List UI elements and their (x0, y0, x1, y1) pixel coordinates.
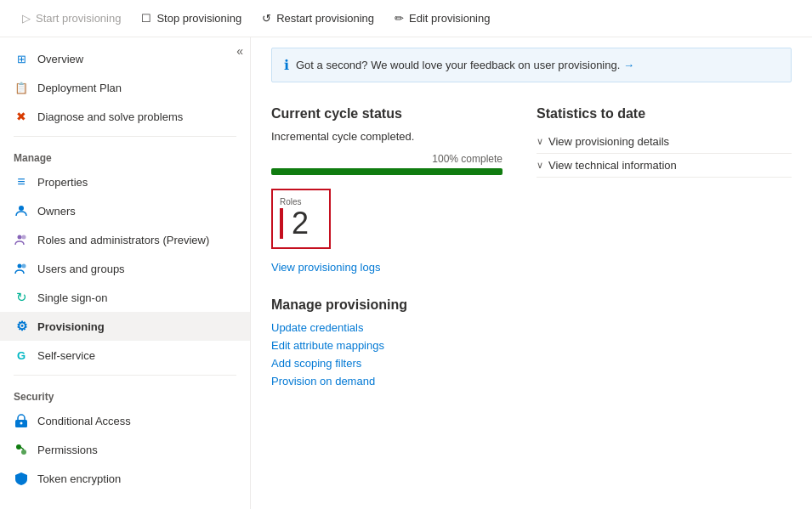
sidebar-collapse-button[interactable]: « (236, 44, 243, 58)
sidebar-item-permissions[interactable]: Permissions (0, 435, 250, 464)
banner-link[interactable]: → (623, 59, 634, 71)
sidebar-item-diagnose[interactable]: ✖ Diagnose and solve problems (0, 102, 250, 131)
main-layout: « ⊞ Overview 📋 Deployment Plan ✖ Diagnos… (0, 37, 812, 509)
cycle-status-title: Current cycle status (271, 106, 503, 122)
info-banner: ℹ Got a second? We would love your feedb… (271, 48, 792, 82)
sidebar-item-self-service[interactable]: G Self-service (0, 341, 250, 370)
stop-provisioning-button[interactable]: ☐ Stop provisioning (133, 8, 250, 29)
token-encryption-icon (14, 471, 29, 486)
toolbar: ▷ Start provisioning ☐ Stop provisioning… (0, 0, 812, 37)
sidebar-item-provisioning[interactable]: ⚙ Provisioning (0, 312, 250, 341)
cycle-subtitle: Incremental cycle completed. (271, 130, 503, 143)
progress-bar-fill (271, 168, 503, 175)
progress-bar-background (271, 168, 503, 175)
view-provisioning-logs-link[interactable]: View provisioning logs (271, 261, 503, 274)
stop-icon: ☐ (141, 12, 151, 25)
manage-section-label: Manage (0, 142, 250, 167)
sidebar-item-properties[interactable]: ≡ Properties (0, 167, 250, 196)
edit-icon: ✏ (395, 12, 404, 25)
sidebar-item-conditional-access[interactable]: Conditional Access (0, 406, 250, 435)
svg-point-1 (18, 235, 22, 240)
self-service-icon: G (14, 348, 29, 363)
owners-icon (14, 203, 29, 218)
edit-provisioning-button[interactable]: ✏ Edit provisioning (386, 8, 498, 29)
two-col-layout: Current cycle status Incremental cycle c… (271, 93, 792, 387)
sidebar-item-deployment-plan[interactable]: 📋 Deployment Plan (0, 73, 250, 102)
manage-provisioning-title: Manage provisioning (271, 297, 503, 313)
start-icon: ▷ (22, 12, 31, 25)
sso-icon: ↻ (14, 290, 29, 305)
right-column: Statistics to date ∨ View provisioning d… (537, 93, 792, 387)
svg-line-9 (20, 447, 24, 450)
update-credentials-link[interactable]: Update credentials (271, 321, 503, 334)
start-provisioning-button[interactable]: ▷ Start provisioning (14, 8, 129, 29)
sidebar: « ⊞ Overview 📋 Deployment Plan ✖ Diagnos… (0, 37, 251, 509)
roles-bar-indicator (280, 208, 283, 239)
progress-label: 100% complete (271, 153, 503, 165)
view-provisioning-details-link[interactable]: ∨ View provisioning details (537, 130, 792, 154)
users-groups-icon (14, 261, 29, 276)
provisioning-icon: ⚙ (14, 319, 29, 334)
edit-attribute-mappings-link[interactable]: Edit attribute mappings (271, 339, 503, 352)
svg-point-6 (20, 422, 23, 425)
sidebar-item-owners[interactable]: Owners (0, 196, 250, 225)
svg-point-8 (21, 450, 26, 455)
info-icon: ℹ (284, 57, 289, 73)
conditional-access-icon (14, 413, 29, 428)
restart-icon: ↺ (262, 12, 271, 25)
chevron-down-icon: ∨ (537, 136, 543, 147)
roles-icon (14, 232, 29, 247)
roles-card: Roles 2 (271, 189, 331, 249)
left-column: Current cycle status Incremental cycle c… (271, 93, 503, 387)
restart-provisioning-button[interactable]: ↺ Restart provisioning (253, 8, 383, 29)
deployment-plan-icon: 📋 (14, 80, 29, 95)
svg-point-4 (22, 264, 26, 269)
banner-text: Got a second? We would love your feedbac… (296, 59, 634, 71)
sidebar-item-overview[interactable]: ⊞ Overview (0, 44, 250, 73)
sidebar-item-token-encryption[interactable]: Token encryption (0, 464, 250, 493)
sidebar-divider-security (14, 375, 236, 376)
view-technical-information-link[interactable]: ∨ View technical information (537, 154, 792, 178)
svg-point-2 (22, 235, 26, 240)
add-scoping-filters-link[interactable]: Add scoping filters (271, 357, 503, 370)
sidebar-item-sso[interactable]: ↻ Single sign-on (0, 283, 250, 312)
diagnose-icon: ✖ (14, 109, 29, 124)
content-area: ℹ Got a second? We would love your feedb… (251, 37, 812, 509)
sidebar-item-users-groups[interactable]: Users and groups (0, 254, 250, 283)
provision-on-demand-link[interactable]: Provision on demand (271, 375, 503, 387)
chevron-down-icon-2: ∨ (537, 160, 543, 171)
roles-card-number: 2 (280, 208, 315, 239)
overview-icon: ⊞ (14, 51, 29, 66)
sidebar-item-roles[interactable]: Roles and administrators (Preview) (0, 225, 250, 254)
permissions-icon (14, 442, 29, 457)
svg-point-3 (18, 264, 22, 269)
properties-icon: ≡ (14, 174, 29, 189)
security-section-label: Security (0, 381, 250, 406)
sidebar-divider-manage (14, 136, 236, 137)
svg-point-0 (19, 206, 24, 211)
statistics-title: Statistics to date (537, 106, 792, 122)
